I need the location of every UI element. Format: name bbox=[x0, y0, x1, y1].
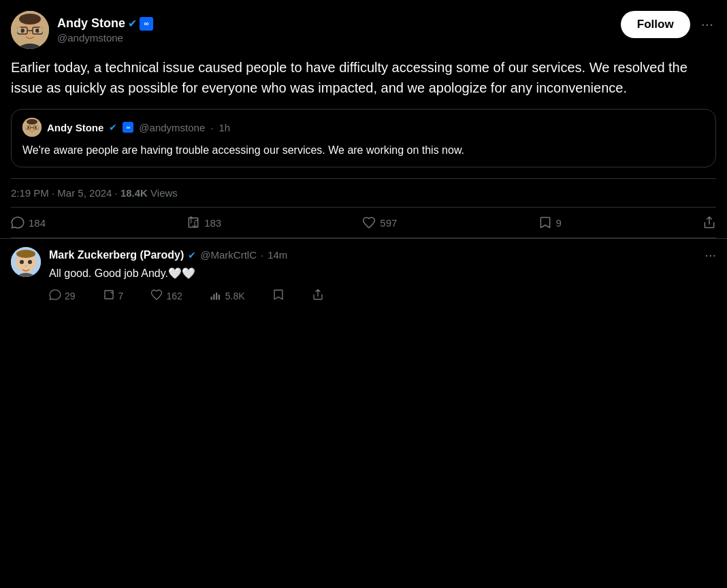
reply-bookmark-action[interactable] bbox=[272, 289, 285, 303]
reply-count: 184 bbox=[29, 217, 46, 229]
display-name: Andy Stone bbox=[57, 16, 125, 31]
reply-action[interactable]: 184 bbox=[11, 216, 46, 229]
svg-point-24 bbox=[16, 250, 35, 258]
reply-actions: 29 7 bbox=[49, 289, 716, 303]
meta-icon: ∞ bbox=[140, 17, 153, 31]
svg-point-9 bbox=[17, 27, 21, 33]
reply-header: Mark Zuckerberg (Parody) ✔ @MarkCrtlC · … bbox=[11, 247, 716, 303]
share-icon bbox=[702, 216, 716, 229]
avatar[interactable] bbox=[11, 11, 49, 49]
quoted-time: 1h bbox=[219, 122, 230, 133]
reply-bookmark-icon bbox=[272, 289, 285, 303]
quoted-tweet[interactable]: Andy Stone ✔ ∞ @andymstone · 1h We're aw… bbox=[11, 109, 716, 167]
retweet-count: 183 bbox=[204, 217, 221, 229]
quoted-avatar bbox=[22, 118, 42, 137]
bookmark-count: 9 bbox=[556, 217, 562, 229]
like-icon bbox=[362, 216, 376, 229]
bookmark-icon bbox=[538, 216, 552, 229]
author-info-left: Andy Stone ✔ ∞ @andymstone bbox=[11, 11, 153, 49]
quoted-meta-icon: ∞ bbox=[123, 122, 133, 133]
tweet-header-right: Follow ··· bbox=[621, 11, 716, 38]
reply-share-action[interactable] bbox=[312, 289, 324, 303]
display-name-row: Andy Stone ✔ ∞ bbox=[57, 16, 153, 31]
tweet-meta: 2:19 PM · Mar 5, 2024 · 18.4K Views bbox=[11, 178, 716, 208]
svg-point-28 bbox=[28, 260, 32, 264]
reply-verified-icon: ✔ bbox=[188, 250, 196, 261]
reply-views-count: 5.8K bbox=[225, 291, 245, 301]
tweet-header: Andy Stone ✔ ∞ @andymstone Follow ··· bbox=[11, 11, 716, 49]
reply-like-count: 162 bbox=[166, 291, 182, 301]
share-action[interactable] bbox=[702, 216, 716, 229]
quoted-body: We're aware people are having trouble ac… bbox=[22, 142, 705, 159]
reply-reply-action[interactable]: 29 bbox=[49, 289, 76, 303]
verified-icon: ✔ bbox=[128, 17, 137, 30]
svg-point-3 bbox=[19, 14, 41, 24]
user-info: Andy Stone ✔ ∞ @andymstone bbox=[57, 16, 153, 44]
reply-views-action[interactable]: 5.8K bbox=[210, 289, 245, 303]
reply-body: All good. Good job Andy.🤍🤍 bbox=[49, 265, 716, 282]
follow-button[interactable]: Follow bbox=[621, 11, 690, 38]
main-tweet-container: Andy Stone ✔ ∞ @andymstone Follow ··· Ea… bbox=[0, 0, 727, 239]
svg-point-26 bbox=[34, 259, 37, 265]
quoted-verified-icon: ✔ bbox=[109, 122, 117, 133]
like-action[interactable]: 597 bbox=[362, 216, 397, 229]
reply-avatar[interactable] bbox=[11, 247, 41, 277]
reply-screen-name: @MarkCrtlC bbox=[200, 249, 257, 261]
quoted-display-name: Andy Stone bbox=[47, 122, 103, 133]
bookmark-action[interactable]: 9 bbox=[538, 216, 562, 229]
more-button[interactable]: ··· bbox=[698, 13, 716, 36]
svg-rect-32 bbox=[218, 295, 219, 300]
reply-display-name: Mark Zuckerberg (Parody) bbox=[49, 249, 184, 261]
reply-views-icon bbox=[210, 289, 222, 303]
reply-share-icon bbox=[312, 289, 324, 303]
quoted-separator: · bbox=[210, 122, 213, 133]
tweet-body: Earlier today, a technical issue caused … bbox=[11, 57, 716, 98]
like-count: 597 bbox=[380, 217, 397, 229]
reply-reply-icon bbox=[49, 289, 61, 303]
svg-point-10 bbox=[39, 27, 43, 33]
reply-time: 14m bbox=[268, 249, 287, 261]
retweet-action[interactable]: 183 bbox=[187, 216, 221, 229]
reply-like-action[interactable]: 162 bbox=[150, 289, 182, 303]
reply-retweet-action[interactable]: 7 bbox=[103, 289, 124, 303]
reply-more-button[interactable]: ··· bbox=[705, 247, 716, 263]
reply-like-icon bbox=[150, 289, 163, 303]
svg-point-20 bbox=[37, 126, 39, 129]
reply-name-row: Mark Zuckerberg (Parody) ✔ @MarkCrtlC · … bbox=[49, 247, 716, 263]
svg-rect-29 bbox=[210, 297, 212, 300]
reply-retweet-count: 7 bbox=[118, 291, 124, 301]
reply-icon bbox=[11, 216, 25, 229]
svg-rect-31 bbox=[216, 293, 217, 300]
reply-content: Mark Zuckerberg (Parody) ✔ @MarkCrtlC · … bbox=[49, 247, 716, 303]
reply-reply-count: 29 bbox=[65, 291, 76, 301]
svg-point-13 bbox=[27, 119, 37, 125]
svg-rect-30 bbox=[213, 294, 214, 299]
quoted-screen-name: @andymstone bbox=[139, 122, 205, 133]
reply-retweet-icon bbox=[103, 289, 115, 303]
svg-point-27 bbox=[20, 260, 24, 264]
svg-point-19 bbox=[26, 126, 28, 129]
retweet-icon bbox=[187, 216, 200, 229]
tweet-actions: 184 183 597 bbox=[11, 208, 716, 238]
reply-container: Mark Zuckerberg (Parody) ✔ @MarkCrtlC · … bbox=[0, 239, 727, 311]
reply-dot: · bbox=[261, 249, 263, 261]
svg-point-25 bbox=[15, 259, 18, 265]
quoted-header: Andy Stone ✔ ∞ @andymstone · 1h bbox=[22, 118, 705, 137]
screen-name: @andymstone bbox=[57, 32, 153, 44]
